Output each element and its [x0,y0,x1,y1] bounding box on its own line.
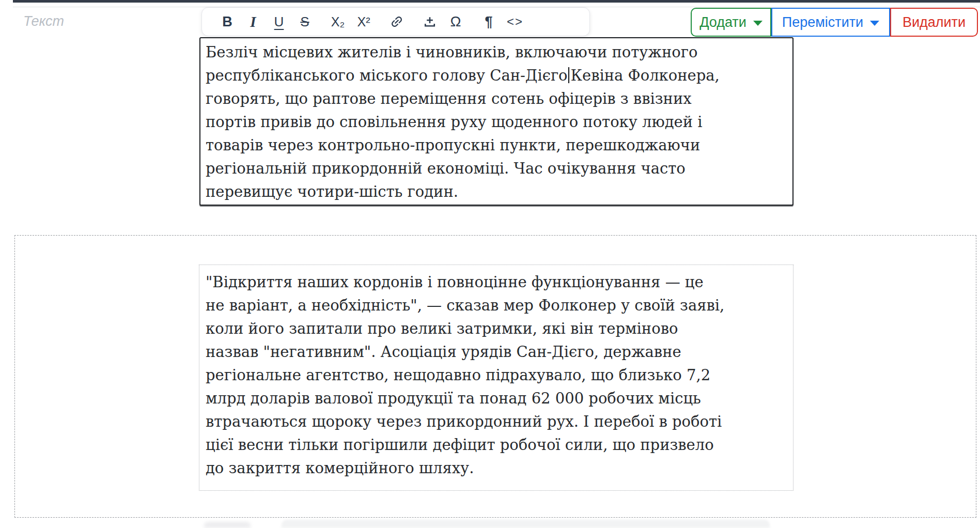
text-line: регіональній прикордонній економіці. Час… [206,157,787,180]
horizontal-rule-button[interactable] [422,11,438,33]
toolbar-group-link [389,11,405,33]
text-line: регіональне агентство, нещодавно підраху… [206,364,787,387]
rich-text-block-second[interactable]: "Відкриття наших кордонів і повноцінне ф… [199,265,794,491]
text-cursor [568,67,569,83]
pilcrow-icon: ¶ [485,14,492,30]
text-line: портів привів до сповільнення руху щоден… [206,111,787,134]
code-brackets-icon: <> [507,14,523,29]
italic-icon: I [250,13,256,30]
horizontal-rule-anchor-icon [423,14,437,29]
text-before-cursor: республіканського міського голову Сан-Ді… [206,67,568,84]
text-line: говорять, що раптове переміщення сотень … [206,87,787,111]
text-line: товарів через контрольно-пропускні пункт… [206,134,787,157]
italic-button[interactable]: I [245,11,261,33]
rich-text-block-focused[interactable]: Безліч місцевих жителів і чиновників, вк… [199,37,794,206]
text-line: Безліч місцевих жителів і чиновників, вк… [206,41,787,64]
underline-icon: U [274,14,284,30]
superscript-icon: X² [357,14,370,29]
delete-block-label: Видалити [903,14,966,30]
chevron-down-icon [870,21,879,26]
strikethrough-icon: S [300,14,309,30]
text-line: цієї весни тільки погіршили дефіцит робо… [206,433,787,457]
toolbar-group-inline: B I U S [220,11,313,33]
text-line: назвав "негативним". Асоціація урядів Са… [206,340,787,364]
text-after-cursor: Кевіна Фолконера, [571,67,720,84]
text-line: втрачаються щороку через прикордонний ру… [206,410,787,433]
strikethrough-button[interactable]: S [297,11,313,33]
rich-text-toolbar: B I U S X₂ X² Ω ¶ <> [201,7,590,36]
subscript-icon: X₂ [331,14,345,29]
text-line: перевищує чотири-шість годин. [206,180,787,204]
add-block-button[interactable]: Додати [691,8,771,37]
top-divider-bar [13,0,980,3]
text-line-with-cursor: республіканського міського голову Сан-Ді… [206,64,787,87]
superscript-button[interactable]: X² [356,11,371,33]
next-block-toolbar-partial[interactable] [282,520,770,528]
block-actions-group: Додати Перемістити Видалити [691,8,978,37]
add-block-label: Додати [699,14,746,30]
code-button[interactable]: <> [507,11,523,33]
text-line: коли його запитали про великі затримки, … [206,317,787,340]
special-characters-button[interactable]: Ω [448,11,463,33]
omega-icon: Ω [450,13,461,30]
toolbar-group-script: X₂ X² [330,11,371,33]
bold-icon: B [222,14,232,30]
text-line: млрд доларів валової продукції та понад … [206,387,787,410]
chevron-down-icon [753,21,763,26]
move-block-button[interactable]: Перемістити [771,8,890,37]
bold-button[interactable]: B [220,11,235,33]
subscript-button[interactable]: X₂ [330,11,346,33]
text-line: до закриття комерційного шляху. [206,457,787,480]
paragraph-button[interactable]: ¶ [481,11,496,33]
toolbar-group-block: ¶ <> [481,11,523,33]
field-label-text: Текст [23,13,64,29]
text-line: "Відкриття наших кордонів і повноцінне ф… [206,271,787,294]
toolbar-group-insert: Ω [422,11,463,33]
text-line: не варіант, а необхідність", — сказав ме… [206,294,787,317]
delete-block-button[interactable]: Видалити [890,8,978,37]
link-button[interactable] [389,11,405,33]
link-icon [386,11,407,32]
move-block-label: Перемістити [782,14,863,30]
underline-button[interactable]: U [271,11,287,33]
next-block-toolbar-partial[interactable] [204,522,251,528]
